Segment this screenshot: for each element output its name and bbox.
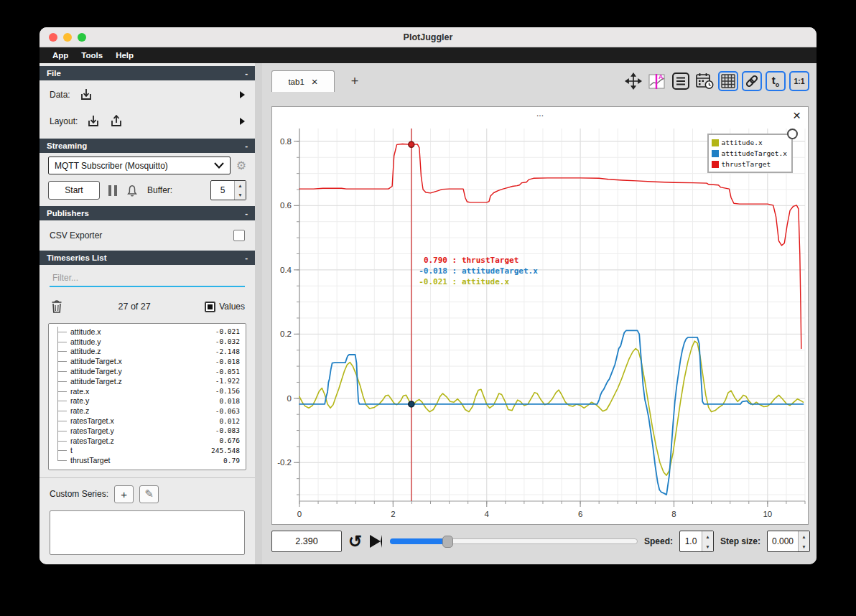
link-axes-button[interactable] — [742, 71, 762, 91]
legend-swatch — [712, 150, 719, 157]
streaming-source-value: MQTT Subscriber (Mosquitto) — [55, 161, 168, 171]
speed-spinbox[interactable]: 1.0 ▲ ▼ — [679, 531, 714, 552]
buffer-down-arrow[interactable]: ▼ — [235, 190, 246, 200]
streaming-section: MQTT Subscriber (Mosquitto) ⚙ Start — [39, 153, 255, 206]
chart-legend[interactable]: attitude.xattitudeTarget.xthrustTarget — [707, 134, 793, 173]
chart-canvas[interactable]: 0246810-0.200.20.40.60.8 — [272, 124, 809, 526]
menu-help[interactable]: Help — [110, 51, 139, 60]
legend-series-name: attitude.x — [721, 139, 762, 146]
play-button[interactable] — [370, 535, 382, 548]
grid-layout-button[interactable] — [718, 71, 738, 91]
tab-close-icon[interactable]: × — [312, 76, 318, 87]
streaming-source-select[interactable]: MQTT Subscriber (Mosquitto) — [48, 157, 231, 174]
values-toggle[interactable]: Values — [205, 302, 245, 312]
filter-input[interactable] — [50, 271, 245, 287]
timeseries-item[interactable]: rate.x-0.156 — [49, 386, 246, 396]
svg-text:0: 0 — [287, 394, 292, 403]
current-time-field[interactable]: 2.390 — [271, 531, 342, 552]
timeseries-item[interactable]: rate.y0.018 — [49, 396, 246, 406]
save-layout-button[interactable] — [109, 114, 124, 129]
timeseries-item[interactable]: attitude.y-0.032 — [49, 337, 246, 347]
legend-entry[interactable]: attitude.x — [712, 137, 787, 148]
playback-bar: 2.390 ↺ Speed: 1.0 ▲ ▼ Step size: — [271, 530, 810, 553]
svg-text:0.4: 0.4 — [280, 266, 292, 274]
tab-tab1[interactable]: tab1 × — [271, 70, 335, 92]
legend-entry[interactable]: attitudeTarget.x — [712, 148, 787, 159]
edit-custom-series-button[interactable]: ✎ — [139, 485, 159, 503]
menu-tools[interactable]: Tools — [75, 51, 108, 60]
data-menu-arrow-icon[interactable] — [240, 91, 245, 98]
timeseries-item[interactable]: ratesTarget.x0.012 — [49, 416, 246, 426]
svg-text:6: 6 — [578, 510, 582, 518]
collapse-icon: - — [245, 141, 248, 150]
timeseries-item[interactable]: attitude.x-0.021 — [49, 327, 246, 337]
speed-up-arrow[interactable]: ▲ — [702, 531, 713, 541]
timeseries-item[interactable]: ratesTarget.y-0.083 — [49, 426, 246, 436]
time-slider[interactable] — [390, 531, 638, 552]
curve-style-button[interactable]: A — [647, 71, 667, 91]
t0-icon: to — [772, 75, 780, 88]
start-streaming-button[interactable]: Start — [48, 181, 100, 200]
timeseries-item[interactable]: attitudeTarget.y-0.051 — [49, 366, 246, 376]
notifications-bell-icon[interactable] — [126, 184, 139, 197]
legend-drag-handle[interactable] — [787, 129, 798, 139]
step-down-arrow[interactable]: ▼ — [799, 541, 809, 551]
trash-icon[interactable] — [50, 299, 64, 314]
timeseries-item[interactable]: thrustTarget0.79 — [49, 455, 246, 465]
section-timeseries-label: Timeseries List — [47, 253, 107, 262]
timeseries-item[interactable]: ratesTarget.z0.676 — [49, 436, 246, 446]
timeseries-item[interactable]: attitudeTarget.z-1.922 — [49, 376, 246, 386]
data-list-button[interactable] — [671, 71, 691, 91]
add-tab-button[interactable]: + — [343, 70, 366, 92]
load-layout-button[interactable] — [86, 114, 101, 129]
slider-handle[interactable] — [442, 536, 453, 548]
csv-exporter-checkbox[interactable] — [233, 230, 245, 241]
legend-entry[interactable]: thrustTarget — [712, 159, 787, 169]
date-time-button[interactable] — [694, 71, 715, 91]
layout-menu-arrow-icon[interactable] — [240, 118, 245, 125]
streaming-settings-gear-icon[interactable]: ⚙ — [236, 160, 246, 172]
timeseries-item[interactable]: attitudeTarget.x-0.018 — [49, 356, 246, 366]
svg-text:8: 8 — [671, 510, 676, 518]
add-custom-series-button[interactable]: + — [114, 485, 134, 503]
tooltip-row: 0.790 : thrustTarget — [406, 255, 538, 266]
collapse-icon: - — [245, 253, 248, 262]
custom-series-list[interactable] — [50, 510, 245, 555]
pause-icon[interactable] — [108, 185, 117, 196]
csv-exporter-label: CSV Exporter — [50, 230, 102, 241]
svg-text:10: 10 — [763, 510, 772, 518]
section-header-file[interactable]: File - — [39, 66, 255, 80]
section-streaming-label: Streaming — [47, 141, 87, 150]
step-size-value: 0.000 — [768, 531, 798, 551]
menu-app[interactable]: App — [47, 51, 74, 60]
ratio-1to1-button[interactable]: 1:1 — [789, 71, 809, 91]
section-header-timeseries[interactable]: Timeseries List - — [39, 251, 255, 265]
title-bar: PlotJuggler — [39, 27, 817, 47]
collapse-icon: - — [245, 209, 248, 218]
section-header-publishers[interactable]: Publishers - — [39, 206, 255, 220]
move-tool-button[interactable] — [623, 71, 643, 91]
load-data-button[interactable] — [79, 88, 93, 102]
svg-text:0.8: 0.8 — [280, 137, 292, 146]
svg-text:0.2: 0.2 — [280, 330, 292, 338]
step-size-spinbox[interactable]: 0.000 ▲ ▼ — [767, 531, 810, 552]
loop-button[interactable]: ↺ — [348, 533, 362, 550]
buffer-value: 5 — [211, 181, 234, 200]
list-icon — [671, 72, 690, 90]
collapse-icon: - — [245, 69, 248, 78]
section-header-streaming[interactable]: Streaming - — [39, 139, 255, 153]
svg-text:2: 2 — [391, 510, 395, 518]
speed-down-arrow[interactable]: ▼ — [702, 541, 713, 551]
step-up-arrow[interactable]: ▲ — [799, 531, 809, 541]
buffer-spinbox[interactable]: 5 ▲ ▼ — [210, 180, 246, 200]
timeseries-list: attitude.x-0.021attitude.y-0.032attitude… — [48, 323, 246, 470]
timeseries-item[interactable]: attitude.z-2.148 — [49, 347, 246, 357]
values-checkbox[interactable] — [205, 302, 215, 312]
plot-close-button[interactable]: × — [793, 108, 801, 122]
timeseries-item[interactable]: rate.z-0.063 — [49, 406, 246, 416]
buffer-up-arrow[interactable]: ▲ — [235, 181, 246, 190]
timeseries-item[interactable]: t245.548 — [49, 446, 246, 456]
buffer-label: Buffer: — [147, 185, 172, 195]
sidebar-splitter[interactable] — [255, 63, 262, 564]
time-origin-button[interactable]: to — [766, 71, 786, 91]
